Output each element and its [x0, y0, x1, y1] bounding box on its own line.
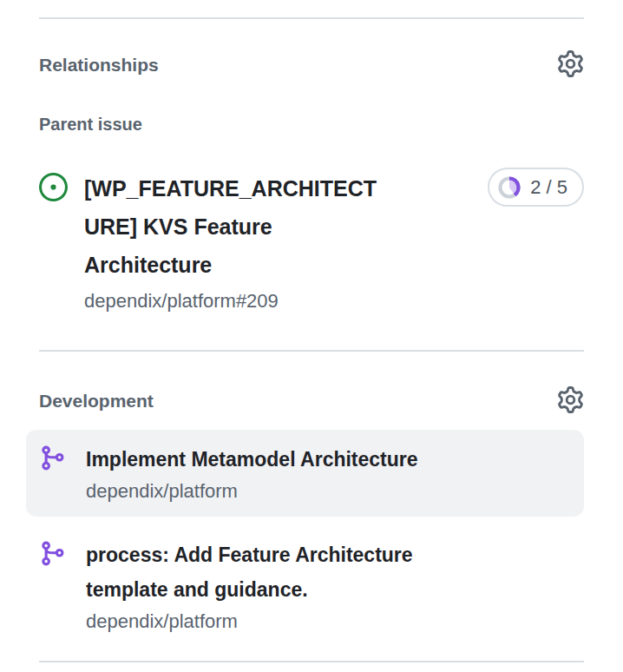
relationships-section-header: Relationships [39, 50, 584, 80]
issue-sidebar: Relationships Parent issue [WP_FEATURE_A… [0, 17, 623, 662]
gear-icon [557, 386, 584, 416]
dev-item-title[interactable]: Implement Metamodel Architecture [86, 442, 418, 477]
gear-icon [557, 50, 584, 80]
subtask-progress-badge: 2 / 5 [488, 168, 584, 207]
development-section-header: Development [39, 386, 584, 416]
dev-item-main: process: Add Feature Architecture templa… [86, 537, 459, 635]
dev-item-repo: dependix/platform [86, 478, 418, 504]
issue-open-icon [39, 173, 68, 201]
relationships-settings-button[interactable] [557, 50, 584, 80]
parent-issue-row: [WP_FEATURE_ARCHITECTURE] KVS Feature Ar… [39, 169, 584, 312]
section-divider [39, 350, 584, 352]
parent-issue-title-link[interactable]: [WP_FEATURE_ARCHITECTURE] KVS Feature Ar… [84, 169, 390, 284]
development-linked-item[interactable]: process: Add Feature Architecture templa… [26, 525, 584, 647]
parent-issue-label: Parent issue [39, 115, 584, 135]
section-divider [39, 661, 584, 662]
git-branch-icon [39, 540, 66, 567]
parent-issue-main: [WP_FEATURE_ARCHITECTURE] KVS Feature Ar… [84, 169, 390, 312]
relationships-heading: Relationships [39, 55, 159, 76]
development-heading: Development [39, 391, 154, 412]
section-divider [39, 17, 584, 19]
parent-issue-repo-ref: dependix/platform#209 [84, 291, 390, 312]
development-settings-button[interactable] [557, 386, 584, 416]
dev-item-title[interactable]: process: Add Feature Architecture templa… [86, 537, 459, 607]
dev-item-repo: dependix/platform [86, 609, 459, 635]
development-linked-item[interactable]: Implement Metamodel Architecture dependi… [26, 430, 584, 517]
progress-count-label: 2 / 5 [530, 176, 567, 199]
git-branch-icon [39, 445, 66, 471]
progress-donut-icon [497, 175, 521, 200]
dev-item-main: Implement Metamodel Architecture dependi… [86, 442, 418, 504]
